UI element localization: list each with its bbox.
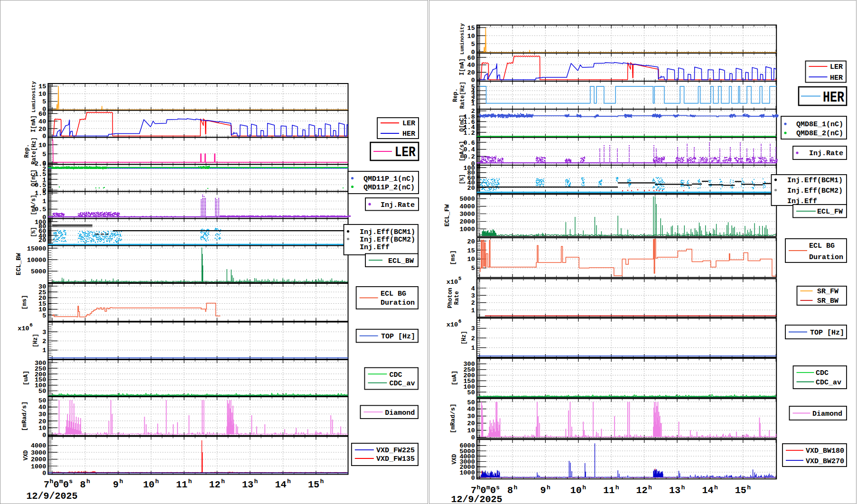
svg-text:2: 2 (471, 335, 475, 342)
svg-text:5000: 5000 (31, 268, 46, 275)
svg-text:14: 14 (275, 479, 286, 490)
svg-text:Luminosity: Luminosity (459, 23, 465, 55)
svg-text:1: 1 (42, 347, 46, 354)
svg-text:8: 8 (507, 485, 513, 496)
svg-text:50: 50 (38, 397, 46, 404)
svg-text:[ms]: [ms] (21, 295, 28, 309)
svg-text:HER: HER (402, 130, 415, 138)
svg-text:h: h (681, 484, 685, 491)
svg-text:LER: LER (402, 120, 415, 128)
svg-text:10000: 10000 (27, 257, 47, 264)
svg-text:x10: x10 (447, 321, 458, 328)
svg-text:I[mA]: I[mA] (30, 115, 37, 132)
svg-text:4000: 4000 (31, 442, 46, 449)
svg-text:QMD11P_2(nC): QMD11P_2(nC) (363, 184, 415, 192)
svg-text:h: h (287, 478, 291, 485)
svg-text:VXD: VXD (23, 450, 29, 461)
svg-text:h: h (86, 478, 90, 485)
svg-text:I[mA]: I[mA] (459, 58, 466, 75)
svg-text:15: 15 (735, 485, 746, 496)
svg-text:10: 10 (38, 91, 46, 98)
svg-text:8: 8 (80, 479, 85, 490)
svg-text:h: h (188, 478, 192, 485)
svg-text:14: 14 (702, 485, 713, 496)
svg-text:60: 60 (38, 111, 46, 118)
svg-text:5: 5 (471, 41, 475, 48)
svg-text:SR_FW: SR_FW (817, 288, 838, 296)
svg-text:LER: LER (830, 63, 843, 71)
svg-text:9: 9 (540, 485, 546, 496)
svg-text:300: 300 (35, 360, 46, 367)
svg-text:Q[nC]: Q[nC] (30, 169, 37, 187)
svg-text:40: 40 (38, 118, 46, 125)
svg-text:QMD8E_1(nC): QMD8E_1(nC) (796, 121, 843, 129)
svg-text:40: 40 (38, 404, 46, 411)
svg-text:Inj.Eff(BCM2): Inj.Eff(BCM2) (787, 187, 843, 195)
svg-text:VXD_FW135: VXD_FW135 (376, 455, 415, 463)
svg-text:2000: 2000 (31, 456, 46, 463)
svg-text:3: 3 (471, 292, 475, 299)
svg-text:2: 2 (471, 108, 475, 115)
svg-text:[mA/s]: [mA/s] (30, 195, 37, 215)
svg-text:10: 10 (143, 479, 154, 490)
svg-text:1000: 1000 (459, 226, 475, 233)
svg-text:0: 0 (54, 479, 59, 490)
svg-text:Inj.Eff(BCM2): Inj.Eff(BCM2) (360, 236, 415, 244)
svg-text:Duration: Duration (381, 299, 415, 307)
svg-text:CDC: CDC (390, 371, 402, 379)
svg-text:Rep.: Rep. (24, 144, 30, 158)
svg-text:[%]: [%] (459, 174, 466, 185)
svg-text:7: 7 (44, 479, 49, 490)
svg-text:3000: 3000 (459, 211, 475, 218)
svg-text:5: 5 (42, 151, 46, 158)
svg-text:h: h (648, 484, 652, 491)
svg-text:[mA/s]: [mA/s] (459, 141, 466, 161)
svg-text:[mRad/s]: [mRad/s] (449, 403, 456, 433)
svg-text:[Hz]: [Hz] (32, 334, 39, 347)
svg-text:LER: LER (395, 145, 416, 160)
svg-text:h: h (747, 484, 751, 491)
svg-text:300: 300 (463, 361, 475, 368)
svg-text:15: 15 (467, 247, 475, 254)
svg-text:15: 15 (467, 25, 475, 32)
svg-text:h: h (254, 478, 258, 485)
svg-text:CDC: CDC (816, 369, 829, 377)
svg-text:20: 20 (467, 69, 475, 76)
svg-text:100: 100 (35, 219, 46, 226)
svg-text:20: 20 (38, 126, 46, 133)
svg-text:13: 13 (669, 485, 680, 496)
svg-text:30: 30 (38, 411, 46, 418)
svg-text:5: 5 (471, 84, 475, 91)
svg-text:Rate[Hz]: Rate[Hz] (31, 137, 37, 165)
svg-text:h: h (547, 484, 550, 491)
svg-text:5000: 5000 (459, 196, 475, 203)
svg-text:Diamond: Diamond (385, 409, 415, 417)
svg-text:ECL BG: ECL BG (381, 290, 406, 298)
svg-text:ECL_FW: ECL_FW (817, 208, 843, 216)
svg-text:20: 20 (467, 238, 475, 245)
svg-text:0: 0 (42, 133, 46, 140)
svg-text:6: 6 (458, 318, 462, 324)
svg-text:Luminosity: Luminosity (31, 81, 37, 112)
svg-text:Rate[Hz]: Rate[Hz] (459, 82, 466, 109)
svg-text:ECL_FW: ECL_FW (444, 204, 451, 226)
svg-text:Inj.Eff: Inj.Eff (360, 243, 390, 252)
svg-text:40: 40 (467, 406, 475, 413)
svg-text:VXD_FW225: VXD_FW225 (376, 447, 415, 455)
svg-text:5: 5 (458, 276, 462, 281)
svg-text:Q[nC]: Q[nC] (459, 114, 466, 131)
svg-text:h: h (119, 478, 123, 485)
svg-text:10: 10 (38, 142, 46, 149)
svg-text:20: 20 (38, 418, 46, 425)
svg-text:[ms]: [ms] (449, 250, 456, 265)
svg-text:30: 30 (38, 283, 46, 290)
svg-text:4: 4 (471, 285, 475, 292)
svg-text:12: 12 (636, 485, 648, 496)
svg-text:2000: 2000 (459, 218, 475, 225)
svg-text:QMD11P_1(nC): QMD11P_1(nC) (363, 175, 415, 183)
svg-text:h: h (49, 478, 53, 485)
svg-text:10: 10 (570, 485, 582, 496)
svg-text:10: 10 (467, 33, 475, 40)
svg-text:1: 1 (42, 198, 46, 205)
svg-text:2: 2 (471, 299, 475, 307)
